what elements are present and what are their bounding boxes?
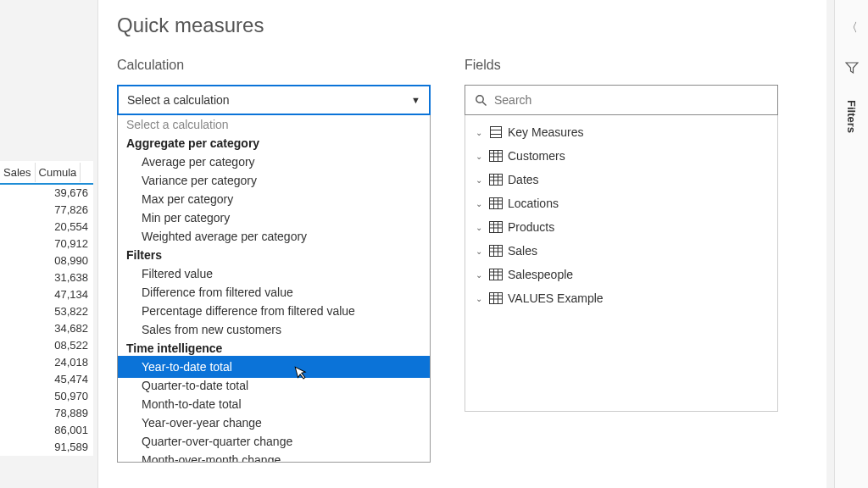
chevron-down-icon: ⌄ xyxy=(476,223,484,232)
search-icon xyxy=(474,93,487,107)
fields-tree-item[interactable]: ⌄Dates xyxy=(469,168,774,191)
calculation-dropdown-list[interactable]: Select a calculation Aggregate per categ… xyxy=(117,115,431,463)
svg-rect-30 xyxy=(490,269,503,280)
fields-column: Fields ⌄Key Measures⌄Customers⌄Dates⌄Loc… xyxy=(465,58,778,463)
fields-tree-item[interactable]: ⌄Products xyxy=(469,215,774,239)
bg-table-cell: 78,889 xyxy=(0,405,93,422)
fields-search-box[interactable] xyxy=(465,85,778,115)
calculation-option[interactable]: Difference from filtered value xyxy=(118,283,430,302)
calculation-option[interactable]: Weighted average per category xyxy=(118,227,430,246)
fields-tree-item[interactable]: ⌄Sales xyxy=(469,239,774,263)
calculation-option[interactable]: Quarter-to-date total xyxy=(118,376,430,395)
table-icon xyxy=(489,221,503,233)
bg-table-cell: 50,970 xyxy=(0,388,93,405)
chevron-down-icon: ⌄ xyxy=(476,128,484,137)
calculation-placeholder[interactable]: Select a calculation xyxy=(118,115,430,134)
bg-table-rows: 39,67677,82620,55470,91208,99031,63847,1… xyxy=(0,185,93,456)
calculation-option[interactable]: Min per category xyxy=(118,208,430,227)
chevron-down-icon: ▼ xyxy=(411,95,420,105)
table-icon xyxy=(489,269,503,280)
svg-line-1 xyxy=(482,102,486,105)
chevron-down-icon: ⌄ xyxy=(476,247,484,256)
calculation-option[interactable]: Year-to-date total xyxy=(118,358,430,376)
chevron-down-icon: ⌄ xyxy=(476,175,484,185)
calculation-group-header: Time intelligence xyxy=(118,339,430,358)
fields-item-label: VALUES Example xyxy=(508,291,604,305)
measure-icon xyxy=(489,126,503,138)
chevron-down-icon: ⌄ xyxy=(476,270,484,280)
bg-table-cell: 70,912 xyxy=(0,236,93,252)
calculation-label: Calculation xyxy=(117,58,431,73)
chevron-down-icon: ⌄ xyxy=(476,199,484,208)
fields-tree[interactable]: ⌄Key Measures⌄Customers⌄Dates⌄Locations⌄… xyxy=(465,115,778,412)
calculation-group-header: Filters xyxy=(118,246,430,264)
calculation-option[interactable]: Average per category xyxy=(118,152,430,171)
background-data-table: Sales Cumula 39,67677,82620,55470,91208,… xyxy=(0,161,93,456)
fields-tree-item[interactable]: ⌄VALUES Example xyxy=(469,286,774,310)
funnel-icon xyxy=(845,61,859,75)
svg-rect-15 xyxy=(490,198,503,209)
calculation-group-header: Aggregate per category xyxy=(118,134,430,152)
calculation-option[interactable]: Sales from new customers xyxy=(118,320,430,339)
bg-table-cell: 31,638 xyxy=(0,269,93,286)
fields-item-label: Sales xyxy=(508,244,537,258)
bg-table-cell: 77,826 xyxy=(0,202,93,219)
chevron-left-icon[interactable]: 〈 xyxy=(846,20,858,36)
fields-tree-item[interactable]: ⌄Locations xyxy=(469,191,774,215)
table-icon xyxy=(489,197,503,209)
svg-rect-10 xyxy=(490,175,503,186)
quick-measures-dialog: Quick measures Calculation Select a calc… xyxy=(97,0,826,488)
svg-point-0 xyxy=(476,95,482,102)
calculation-option[interactable]: Month-over-month change xyxy=(118,451,430,462)
filters-pane-collapsed[interactable]: 〈 Filters xyxy=(834,0,868,488)
calculation-option[interactable]: Quarter-over-quarter change xyxy=(118,432,430,451)
bg-table-cell: 86,001 xyxy=(0,422,93,439)
bg-table-cell: 47,134 xyxy=(0,286,93,303)
calculation-option[interactable]: Max per category xyxy=(118,190,430,208)
bg-col-sales: Sales xyxy=(0,163,36,182)
calculation-dropdown-value: Select a calculation xyxy=(127,93,230,107)
table-icon xyxy=(489,245,503,257)
svg-rect-2 xyxy=(491,127,502,138)
table-icon xyxy=(489,292,503,304)
bg-table-cell: 08,522 xyxy=(0,337,93,354)
fields-tree-item[interactable]: ⌄Customers xyxy=(469,144,774,168)
calculation-option[interactable]: Month-to-date total xyxy=(118,395,430,413)
fields-item-label: Key Measures xyxy=(508,125,583,139)
bg-table-header: Sales Cumula xyxy=(0,161,93,185)
chevron-down-icon: ⌄ xyxy=(476,152,484,161)
table-icon xyxy=(489,174,503,186)
fields-tree-item[interactable]: ⌄Salespeople xyxy=(469,263,774,286)
fields-item-label: Customers xyxy=(508,149,565,163)
fields-label: Fields xyxy=(465,58,778,73)
svg-rect-35 xyxy=(490,293,503,304)
bg-table-cell: 45,474 xyxy=(0,371,93,388)
filters-pane-label: Filters xyxy=(845,100,858,133)
calculation-column: Calculation Select a calculation ▼ Selec… xyxy=(117,58,431,463)
bg-table-cell: 39,676 xyxy=(0,185,93,202)
bg-table-cell: 20,554 xyxy=(0,219,93,236)
fields-item-label: Salespeople xyxy=(508,268,573,281)
bg-table-cell: 08,990 xyxy=(0,252,93,269)
bg-col-cumula: Cumula xyxy=(36,163,81,182)
calculation-dropdown[interactable]: Select a calculation ▼ xyxy=(117,85,431,115)
dialog-title: Quick measures xyxy=(117,14,808,37)
fields-item-label: Locations xyxy=(508,197,559,210)
fields-tree-item[interactable]: ⌄Key Measures xyxy=(469,120,774,144)
svg-rect-20 xyxy=(490,222,503,233)
calculation-option[interactable]: Year-over-year change xyxy=(118,413,430,432)
fields-item-label: Dates xyxy=(508,173,539,186)
bg-table-cell: 24,018 xyxy=(0,354,93,371)
svg-rect-25 xyxy=(490,246,503,257)
fields-search-input[interactable] xyxy=(494,93,769,107)
bg-table-cell: 34,682 xyxy=(0,320,93,337)
fields-item-label: Products xyxy=(508,220,554,234)
bg-table-cell: 91,589 xyxy=(0,439,93,456)
calculation-option[interactable]: Filtered value xyxy=(118,264,430,283)
calculation-option[interactable]: Variance per category xyxy=(118,171,430,190)
svg-rect-5 xyxy=(490,151,503,162)
bg-table-cell: 53,822 xyxy=(0,303,93,320)
table-icon xyxy=(489,150,503,162)
calculation-option[interactable]: Percentage difference from filtered valu… xyxy=(118,302,430,320)
chevron-down-icon: ⌄ xyxy=(476,294,484,303)
